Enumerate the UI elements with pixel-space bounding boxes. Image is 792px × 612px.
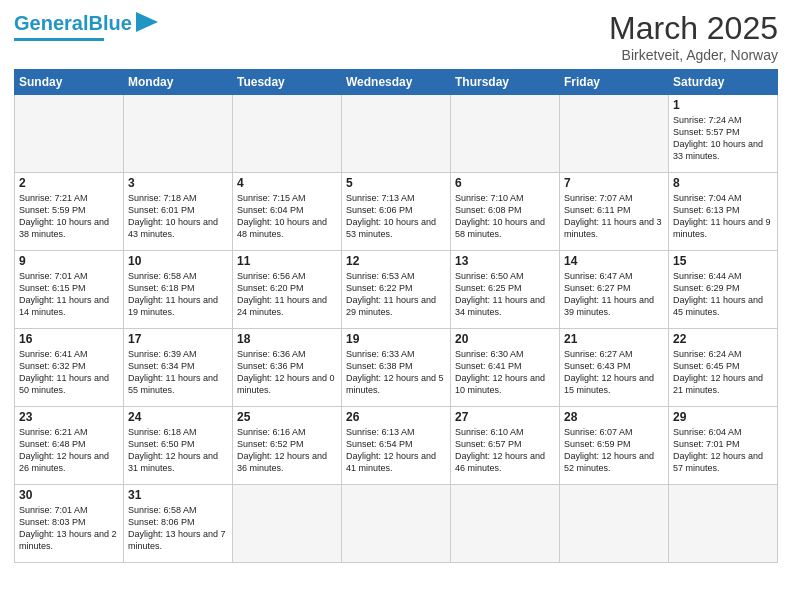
day-number: 7 — [564, 176, 664, 190]
table-row: 19Sunrise: 6:33 AM Sunset: 6:38 PM Dayli… — [342, 329, 451, 407]
cell-info: Sunrise: 6:53 AM Sunset: 6:22 PM Dayligh… — [346, 270, 446, 319]
table-row: 7Sunrise: 7:07 AM Sunset: 6:11 PM Daylig… — [560, 173, 669, 251]
day-number: 3 — [128, 176, 228, 190]
calendar-header-row: Sunday Monday Tuesday Wednesday Thursday… — [15, 70, 778, 95]
cell-info: Sunrise: 7:18 AM Sunset: 6:01 PM Dayligh… — [128, 192, 228, 241]
day-number: 19 — [346, 332, 446, 346]
day-number: 24 — [128, 410, 228, 424]
table-row — [560, 95, 669, 173]
table-row — [233, 485, 342, 563]
cell-info: Sunrise: 6:33 AM Sunset: 6:38 PM Dayligh… — [346, 348, 446, 397]
day-number: 2 — [19, 176, 119, 190]
cell-info: Sunrise: 6:24 AM Sunset: 6:45 PM Dayligh… — [673, 348, 773, 397]
table-row: 11Sunrise: 6:56 AM Sunset: 6:20 PM Dayli… — [233, 251, 342, 329]
cell-info: Sunrise: 6:07 AM Sunset: 6:59 PM Dayligh… — [564, 426, 664, 475]
cell-info: Sunrise: 6:44 AM Sunset: 6:29 PM Dayligh… — [673, 270, 773, 319]
day-number: 15 — [673, 254, 773, 268]
cell-info: Sunrise: 6:13 AM Sunset: 6:54 PM Dayligh… — [346, 426, 446, 475]
day-number: 26 — [346, 410, 446, 424]
table-row: 27Sunrise: 6:10 AM Sunset: 6:57 PM Dayli… — [451, 407, 560, 485]
cell-info: Sunrise: 7:21 AM Sunset: 5:59 PM Dayligh… — [19, 192, 119, 241]
cell-info: Sunrise: 7:15 AM Sunset: 6:04 PM Dayligh… — [237, 192, 337, 241]
th-monday: Monday — [124, 70, 233, 95]
table-row: 14Sunrise: 6:47 AM Sunset: 6:27 PM Dayli… — [560, 251, 669, 329]
day-number: 5 — [346, 176, 446, 190]
cell-info: Sunrise: 7:13 AM Sunset: 6:06 PM Dayligh… — [346, 192, 446, 241]
day-number: 23 — [19, 410, 119, 424]
table-row: 17Sunrise: 6:39 AM Sunset: 6:34 PM Dayli… — [124, 329, 233, 407]
table-row: 15Sunrise: 6:44 AM Sunset: 6:29 PM Dayli… — [669, 251, 778, 329]
table-row: 2Sunrise: 7:21 AM Sunset: 5:59 PM Daylig… — [15, 173, 124, 251]
cell-info: Sunrise: 6:21 AM Sunset: 6:48 PM Dayligh… — [19, 426, 119, 475]
table-row: 3Sunrise: 7:18 AM Sunset: 6:01 PM Daylig… — [124, 173, 233, 251]
cell-info: Sunrise: 6:04 AM Sunset: 7:01 PM Dayligh… — [673, 426, 773, 475]
calendar-week-row: 23Sunrise: 6:21 AM Sunset: 6:48 PM Dayli… — [15, 407, 778, 485]
table-row — [669, 485, 778, 563]
svg-marker-0 — [136, 12, 158, 32]
table-row: 29Sunrise: 6:04 AM Sunset: 7:01 PM Dayli… — [669, 407, 778, 485]
cell-info: Sunrise: 6:18 AM Sunset: 6:50 PM Dayligh… — [128, 426, 228, 475]
cell-info: Sunrise: 6:58 AM Sunset: 8:06 PM Dayligh… — [128, 504, 228, 553]
table-row: 9Sunrise: 7:01 AM Sunset: 6:15 PM Daylig… — [15, 251, 124, 329]
day-number: 6 — [455, 176, 555, 190]
table-row: 16Sunrise: 6:41 AM Sunset: 6:32 PM Dayli… — [15, 329, 124, 407]
day-number: 29 — [673, 410, 773, 424]
logo-icon — [136, 12, 158, 32]
table-row — [124, 95, 233, 173]
cell-info: Sunrise: 6:50 AM Sunset: 6:25 PM Dayligh… — [455, 270, 555, 319]
cell-info: Sunrise: 6:56 AM Sunset: 6:20 PM Dayligh… — [237, 270, 337, 319]
day-number: 12 — [346, 254, 446, 268]
cell-info: Sunrise: 6:30 AM Sunset: 6:41 PM Dayligh… — [455, 348, 555, 397]
logo: GeneralBlue — [14, 10, 158, 41]
cell-info: Sunrise: 6:58 AM Sunset: 6:18 PM Dayligh… — [128, 270, 228, 319]
table-row: 23Sunrise: 6:21 AM Sunset: 6:48 PM Dayli… — [15, 407, 124, 485]
cell-info: Sunrise: 7:10 AM Sunset: 6:08 PM Dayligh… — [455, 192, 555, 241]
calendar-week-row: 16Sunrise: 6:41 AM Sunset: 6:32 PM Dayli… — [15, 329, 778, 407]
cell-info: Sunrise: 6:41 AM Sunset: 6:32 PM Dayligh… — [19, 348, 119, 397]
calendar-week-row: 30Sunrise: 7:01 AM Sunset: 8:03 PM Dayli… — [15, 485, 778, 563]
logo-general: General — [14, 12, 88, 34]
table-row — [15, 95, 124, 173]
day-number: 4 — [237, 176, 337, 190]
day-number: 10 — [128, 254, 228, 268]
th-friday: Friday — [560, 70, 669, 95]
day-number: 20 — [455, 332, 555, 346]
cell-info: Sunrise: 7:24 AM Sunset: 5:57 PM Dayligh… — [673, 114, 773, 163]
th-sunday: Sunday — [15, 70, 124, 95]
table-row — [560, 485, 669, 563]
table-row — [451, 485, 560, 563]
table-row: 22Sunrise: 6:24 AM Sunset: 6:45 PM Dayli… — [669, 329, 778, 407]
table-row: 12Sunrise: 6:53 AM Sunset: 6:22 PM Dayli… — [342, 251, 451, 329]
day-number: 8 — [673, 176, 773, 190]
table-row — [342, 485, 451, 563]
table-row: 8Sunrise: 7:04 AM Sunset: 6:13 PM Daylig… — [669, 173, 778, 251]
calendar-week-row: 2Sunrise: 7:21 AM Sunset: 5:59 PM Daylig… — [15, 173, 778, 251]
table-row: 21Sunrise: 6:27 AM Sunset: 6:43 PM Dayli… — [560, 329, 669, 407]
th-tuesday: Tuesday — [233, 70, 342, 95]
th-wednesday: Wednesday — [342, 70, 451, 95]
cell-info: Sunrise: 7:04 AM Sunset: 6:13 PM Dayligh… — [673, 192, 773, 241]
page: GeneralBlue March 2025 Birketveit, Agder… — [0, 0, 792, 612]
table-row: 26Sunrise: 6:13 AM Sunset: 6:54 PM Dayli… — [342, 407, 451, 485]
day-number: 9 — [19, 254, 119, 268]
table-row: 30Sunrise: 7:01 AM Sunset: 8:03 PM Dayli… — [15, 485, 124, 563]
cell-info: Sunrise: 7:07 AM Sunset: 6:11 PM Dayligh… — [564, 192, 664, 241]
day-number: 14 — [564, 254, 664, 268]
table-row: 6Sunrise: 7:10 AM Sunset: 6:08 PM Daylig… — [451, 173, 560, 251]
th-saturday: Saturday — [669, 70, 778, 95]
cell-info: Sunrise: 6:39 AM Sunset: 6:34 PM Dayligh… — [128, 348, 228, 397]
table-row: 5Sunrise: 7:13 AM Sunset: 6:06 PM Daylig… — [342, 173, 451, 251]
logo-blue: Blue — [88, 12, 131, 34]
cell-info: Sunrise: 6:36 AM Sunset: 6:36 PM Dayligh… — [237, 348, 337, 397]
day-number: 18 — [237, 332, 337, 346]
cell-info: Sunrise: 7:01 AM Sunset: 8:03 PM Dayligh… — [19, 504, 119, 553]
day-number: 11 — [237, 254, 337, 268]
cell-info: Sunrise: 6:47 AM Sunset: 6:27 PM Dayligh… — [564, 270, 664, 319]
table-row — [233, 95, 342, 173]
day-number: 16 — [19, 332, 119, 346]
day-number: 30 — [19, 488, 119, 502]
day-number: 31 — [128, 488, 228, 502]
logo-underline — [14, 38, 104, 41]
logo-text: GeneralBlue — [14, 13, 132, 33]
table-row: 1Sunrise: 7:24 AM Sunset: 5:57 PM Daylig… — [669, 95, 778, 173]
